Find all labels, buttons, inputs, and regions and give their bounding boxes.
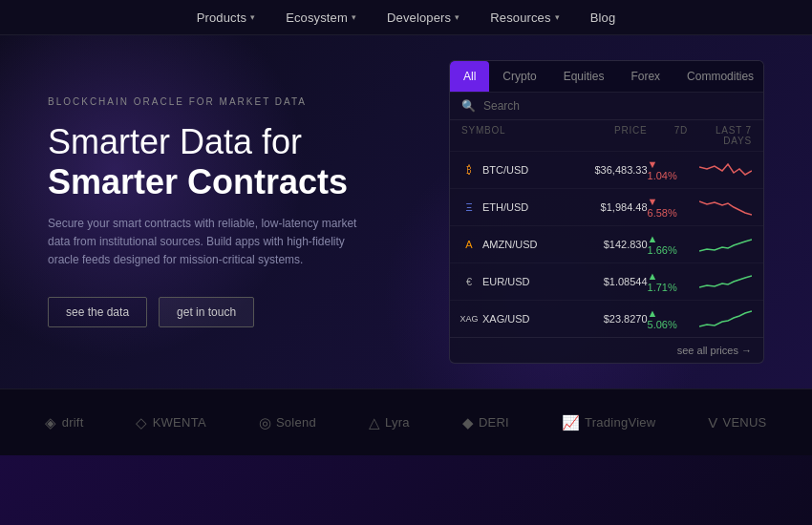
search-bar: 🔍 [450, 93, 763, 120]
tab-equities[interactable]: Equities [550, 61, 618, 92]
hero-content: BLOCKCHAIN ORACLE FOR MARKET DATA Smarte… [0, 96, 373, 326]
chevron-down-icon: ▾ [250, 12, 255, 22]
venus-icon: V [708, 414, 717, 430]
hero-description: Secure your smart contracts with reliabl… [48, 215, 373, 270]
nav-products[interactable]: Products ▾ [197, 10, 255, 25]
widget-tabs: All Crypto Equities Forex Commodities [450, 61, 763, 93]
navigation: Products ▾ Ecosystem ▾ Developers ▾ Reso… [0, 0, 812, 35]
table-row: A AMZN/USD $142.830 ▲ 1.66% [450, 225, 763, 262]
chevron-down-icon: ▾ [455, 12, 459, 22]
search-icon: 🔍 [461, 99, 476, 113]
eur-icon: € [461, 274, 477, 289]
amzn-icon: A [461, 237, 477, 252]
xag-icon: XAG [461, 311, 477, 326]
tab-commodities[interactable]: Commodities [673, 61, 764, 92]
partner-drift: ◈ drift [45, 414, 83, 431]
partner-venus: V VENUS [708, 414, 766, 430]
drift-icon: ◈ [45, 414, 56, 431]
nav-resources[interactable]: Resources ▾ [490, 10, 559, 25]
hero-buttons: see the data get in touch [48, 297, 373, 327]
nav-developers[interactable]: Developers ▾ [387, 10, 459, 25]
nav-ecosystem[interactable]: Ecosystem ▾ [286, 10, 356, 25]
search-input[interactable] [483, 99, 752, 113]
widget-footer: see all prices → [450, 337, 763, 363]
bottom-section [0, 455, 812, 525]
deri-icon: ◆ [462, 414, 474, 431]
table-row: € EUR/USD $1.08544 ▲ 1.71% [450, 262, 763, 300]
hero-title: Smarter Data for Smarter Contracts [48, 122, 373, 201]
see-all-prices-link[interactable]: see all prices → [461, 345, 752, 356]
chevron-down-icon: ▾ [352, 12, 356, 22]
see-data-button[interactable]: see the data [48, 297, 147, 327]
get-in-touch-button[interactable]: get in touch [159, 297, 254, 327]
lyra-icon: △ [369, 414, 380, 431]
partner-tradingview: 📈 TradingView [562, 414, 656, 431]
partner-deri: ◆ DERI [462, 414, 509, 431]
eth-icon: Ξ [461, 200, 477, 215]
price-widget: All Crypto Equities Forex Commodities 🔍 … [449, 60, 764, 364]
table-header: SYMBOL PRICE 7D LAST 7 DAYS [450, 120, 763, 151]
table-row: Ξ ETH/USD $1,984.48 ▼ 6.58% [450, 188, 763, 225]
partner-kwenta: ◇ KWENTA [136, 414, 205, 431]
tradingview-icon: 📈 [562, 414, 580, 431]
hero-eyebrow: BLOCKCHAIN ORACLE FOR MARKET DATA [48, 96, 373, 107]
nav-blog[interactable]: Blog [590, 10, 616, 25]
hero-section: BLOCKCHAIN ORACLE FOR MARKET DATA Smarte… [0, 35, 812, 388]
table-row: ₿ BTC/USD $36,483.33 ▼ 1.04% [450, 151, 763, 188]
chevron-down-icon: ▾ [555, 12, 560, 22]
tab-forex[interactable]: Forex [617, 61, 673, 92]
solend-icon: ◎ [259, 414, 271, 431]
partner-lyra: △ Lyra [369, 414, 410, 431]
kwenta-icon: ◇ [136, 414, 147, 431]
partners-section: ◈ drift ◇ KWENTA ◎ Solend △ Lyra ◆ DERI … [0, 388, 812, 455]
tab-all[interactable]: All [450, 61, 489, 92]
partner-solend: ◎ Solend [259, 414, 316, 431]
btc-icon: ₿ [461, 162, 477, 178]
tab-crypto[interactable]: Crypto [489, 61, 549, 92]
table-row: XAG XAG/USD $23.8270 ▲ 5.06% [450, 300, 763, 337]
